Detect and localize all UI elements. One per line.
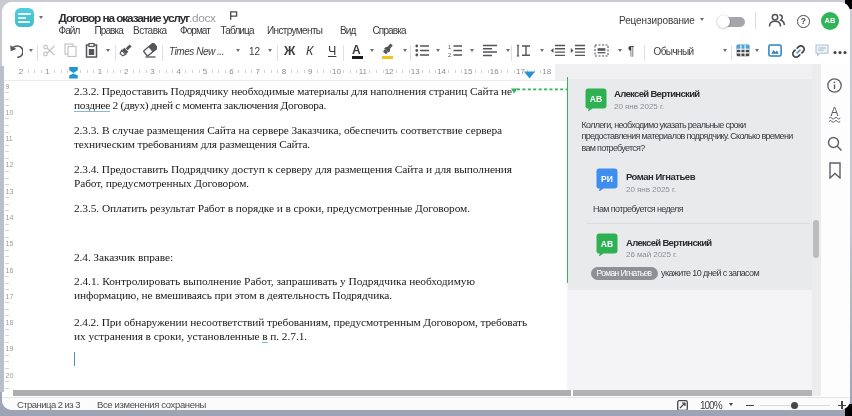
svg-text:2: 2: [448, 52, 451, 57]
svg-text:АВ: АВ: [601, 239, 613, 249]
svg-text:А: А: [830, 105, 838, 119]
svg-text:АВ: АВ: [590, 94, 602, 104]
svg-text:РИ: РИ: [601, 174, 613, 184]
svg-text:1: 1: [448, 44, 451, 50]
